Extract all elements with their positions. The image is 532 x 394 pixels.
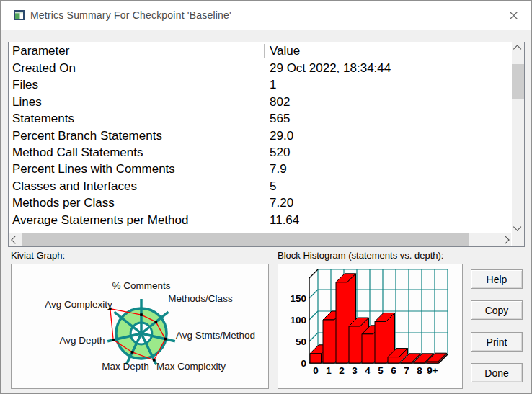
value-cell: 29 Oct 2022, 18:34:44 bbox=[270, 61, 391, 76]
svg-text:5: 5 bbox=[378, 365, 384, 376]
table-row[interactable]: Percent Branch Statements29.0 bbox=[9, 129, 511, 145]
scroll-up-button[interactable] bbox=[512, 42, 524, 55]
value-cell: 5 bbox=[270, 179, 276, 194]
parameter-cell: Method Call Statements bbox=[12, 145, 143, 160]
help-button[interactable]: Help bbox=[471, 269, 523, 289]
svg-text:0: 0 bbox=[313, 365, 319, 376]
window-title: Metrics Summary For Checkpoint 'Baseline… bbox=[30, 9, 231, 21]
scroll-down-button[interactable] bbox=[512, 220, 524, 233]
parameter-cell: Average Statements per Method bbox=[12, 213, 188, 228]
value-cell: 29.0 bbox=[270, 129, 293, 143]
parameter-cell: Files bbox=[12, 78, 38, 92]
close-icon bbox=[509, 11, 518, 20]
value-cell: 520 bbox=[270, 145, 290, 160]
svg-text:9+: 9+ bbox=[427, 365, 438, 376]
vertical-scroll-thumb[interactable] bbox=[512, 64, 524, 99]
value-cell: 802 bbox=[270, 95, 290, 109]
svg-text:Avg Complexity: Avg Complexity bbox=[45, 299, 112, 310]
table-row[interactable]: Methods per Class7.20 bbox=[9, 196, 511, 212]
svg-text:Max Complexity: Max Complexity bbox=[156, 361, 226, 372]
svg-text:Avg Depth: Avg Depth bbox=[60, 335, 105, 346]
parameter-cell: Methods per Class bbox=[12, 196, 115, 210]
svg-text:150: 150 bbox=[290, 293, 306, 304]
svg-text:0: 0 bbox=[301, 358, 306, 369]
svg-text:2: 2 bbox=[339, 365, 345, 376]
copy-button[interactable]: Copy bbox=[471, 300, 523, 320]
table-row[interactable]: Classes and Interfaces5 bbox=[9, 179, 511, 196]
table-header: Parameter Value bbox=[9, 42, 511, 61]
block-histogram-box: 0501001500123456789+ bbox=[278, 264, 463, 389]
parameter-cell: Percent Lines with Comments bbox=[12, 162, 175, 176]
svg-text:100: 100 bbox=[290, 315, 306, 326]
kiviat-graph-box: % CommentsMethods/ClassAvg Stmts/MethodM… bbox=[11, 264, 269, 389]
kiviat-graph-label: Kiviat Graph: bbox=[11, 250, 65, 261]
table-row[interactable]: Lines802 bbox=[9, 95, 511, 112]
svg-text:8: 8 bbox=[417, 365, 422, 376]
scrollbar-corner bbox=[512, 233, 524, 246]
table-row[interactable]: Statements565 bbox=[9, 112, 511, 128]
svg-text:7: 7 bbox=[404, 365, 409, 376]
scroll-right-button[interactable] bbox=[499, 233, 511, 246]
parameter-cell: Statements bbox=[12, 112, 74, 126]
svg-text:% Comments: % Comments bbox=[112, 280, 170, 291]
parameter-cell: Percent Branch Statements bbox=[12, 129, 162, 143]
svg-text:Methods/Class: Methods/Class bbox=[168, 293, 233, 304]
value-cell: 11.64 bbox=[270, 213, 299, 228]
parameter-cell: Classes and Interfaces bbox=[12, 179, 137, 194]
metrics-summary-dialog: Metrics Summary For Checkpoint 'Baseline… bbox=[0, 0, 532, 394]
app-icon bbox=[14, 10, 25, 20]
svg-text:4: 4 bbox=[365, 365, 371, 376]
svg-text:Avg Stmts/Method: Avg Stmts/Method bbox=[176, 330, 255, 341]
svg-text:1: 1 bbox=[326, 365, 332, 376]
chevron-right-icon bbox=[501, 236, 509, 243]
table-body: Created On29 Oct 2022, 18:34:44Files1Lin… bbox=[9, 61, 511, 233]
scroll-left-button[interactable] bbox=[9, 233, 21, 246]
vertical-scrollbar[interactable] bbox=[512, 42, 524, 233]
kiviat-chart: % CommentsMethods/ClassAvg Stmts/MethodM… bbox=[12, 264, 268, 388]
horizontal-scrollbar[interactable] bbox=[9, 233, 511, 246]
table-row[interactable]: Percent Lines with Comments7.9 bbox=[9, 162, 511, 179]
close-button[interactable] bbox=[501, 3, 526, 27]
table-row[interactable]: Created On29 Oct 2022, 18:34:44 bbox=[9, 61, 511, 78]
value-cell: 7.9 bbox=[270, 162, 287, 176]
done-button[interactable]: Done bbox=[471, 363, 523, 382]
metrics-table: Parameter Value Created On29 Oct 2022, 1… bbox=[8, 42, 525, 247]
svg-text:3: 3 bbox=[352, 365, 358, 376]
svg-text:6: 6 bbox=[391, 365, 396, 376]
title-bar: Metrics Summary For Checkpoint 'Baseline… bbox=[1, 1, 531, 30]
svg-text:Max Depth: Max Depth bbox=[102, 361, 148, 372]
svg-text:50: 50 bbox=[296, 336, 306, 347]
column-header-value[interactable]: Value bbox=[270, 44, 300, 58]
value-cell: 1 bbox=[270, 78, 276, 92]
chevron-down-icon bbox=[513, 223, 520, 230]
value-cell: 565 bbox=[270, 112, 290, 126]
chevron-left-icon bbox=[11, 236, 19, 243]
table-row[interactable]: Files1 bbox=[9, 78, 511, 94]
print-button[interactable]: Print bbox=[471, 332, 523, 352]
block-histogram-label: Block Histogram (statements vs. depth): bbox=[278, 250, 443, 261]
value-cell: 7.20 bbox=[270, 196, 293, 210]
column-header-parameter[interactable]: Parameter bbox=[12, 44, 69, 58]
parameter-cell: Created On bbox=[12, 61, 76, 76]
histogram-chart: 0501001500123456789+ bbox=[278, 264, 462, 388]
column-separator[interactable] bbox=[264, 44, 265, 58]
table-row[interactable]: Average Statements per Method11.64 bbox=[9, 213, 511, 230]
parameter-cell: Lines bbox=[12, 95, 42, 109]
table-row[interactable]: Method Call Statements520 bbox=[9, 145, 511, 162]
chevron-up-icon bbox=[513, 45, 520, 53]
horizontal-scroll-thumb[interactable] bbox=[22, 233, 469, 246]
